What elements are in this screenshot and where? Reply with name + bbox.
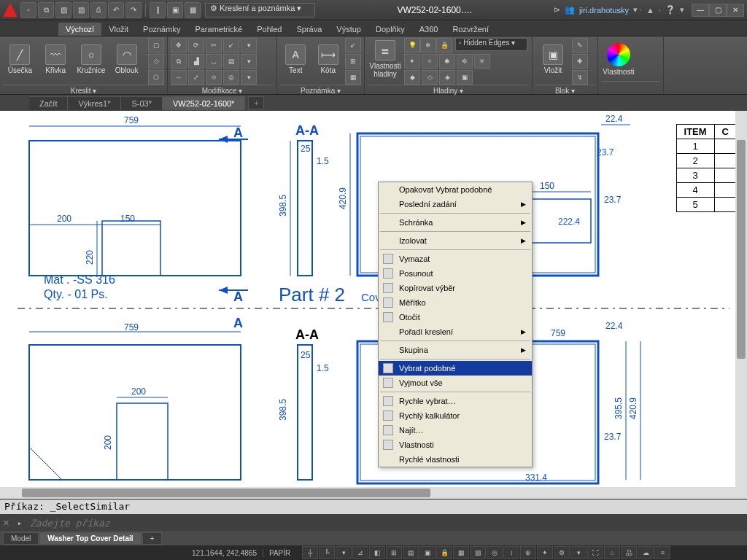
ribbon-tab[interactable]: A360 — [412, 23, 446, 36]
signin-icon[interactable]: 👥 — [565, 5, 575, 15]
context-menu-item[interactable]: Kopírovat výběr — [379, 281, 532, 295]
scale-button[interactable]: ⤢ — [188, 70, 204, 85]
close-button[interactable]: ✕ — [727, 4, 744, 17]
qat-pause-icon[interactable]: ‖ — [150, 2, 166, 18]
user-name[interactable]: jiri.drahotusky — [579, 6, 629, 15]
context-menu-item[interactable]: Izolovat▶ — [379, 233, 532, 248]
panel-title[interactable]: Poznámka ▾ — [280, 85, 361, 96]
context-menu-item[interactable]: Vyjmout vše — [379, 376, 532, 390]
context-menu-item[interactable]: Schránka▶ — [379, 215, 532, 230]
array-button[interactable]: ፨ — [206, 70, 222, 85]
panel-title[interactable]: Hladiny ▾ — [368, 85, 529, 96]
context-menu-item[interactable]: Najít… — [379, 423, 532, 438]
minimize-button[interactable]: — — [692, 4, 709, 17]
context-menu-item[interactable]: Měřítko — [379, 295, 532, 310]
insert-block-button[interactable]: ▣Vložit — [535, 38, 570, 80]
layer-properties-button[interactable]: ≣Vlastnosti hladiny — [368, 38, 403, 80]
trim-button[interactable]: ✂ — [206, 38, 222, 52]
close-cmd-icon[interactable]: ✕ — [0, 518, 12, 528]
stretch-button[interactable]: ↔ — [171, 70, 187, 85]
context-menu-item[interactable]: Vymazat — [379, 252, 532, 266]
ribbon-tab[interactable]: Parametrické — [187, 23, 249, 36]
line-button[interactable]: ╱Úsečka — [3, 38, 37, 80]
panel-title[interactable]: Blok ▾ — [535, 85, 595, 96]
rotate-button[interactable]: ⟳ — [188, 38, 204, 52]
add-layout-tab[interactable]: + — [142, 532, 163, 545]
maximize-button[interactable]: ▢ — [709, 4, 727, 17]
qat-open-icon[interactable]: ⧉ — [38, 2, 54, 18]
customize-status-icon[interactable]: ≡ — [654, 546, 670, 559]
context-menu-item[interactable]: Vlastnosti — [379, 438, 532, 452]
fillet-button[interactable]: ◡ — [206, 54, 222, 69]
context-menu-item[interactable]: Rychle vybrat… — [379, 394, 532, 408]
insert-icon: ▣ — [543, 44, 563, 65]
qat-flag-icon[interactable]: ▣ — [167, 2, 183, 18]
dimension-button[interactable]: ⟼Kóta — [313, 38, 344, 80]
tool-small-3[interactable]: ⬡ — [148, 70, 164, 85]
ribbon-tab[interactable]: Rozvržení — [445, 23, 496, 36]
qat-save-icon[interactable]: ▧ — [55, 2, 71, 18]
panel-title[interactable]: Modifikace ▾ — [171, 85, 274, 96]
context-menu-item[interactable]: Posunout — [379, 266, 532, 281]
properties-button[interactable]: Vlastnosti — [601, 38, 636, 80]
ribbon-tab[interactable]: Výstup — [329, 23, 368, 36]
svg-text:220: 220 — [85, 250, 95, 265]
tool-small-2[interactable]: ◇ — [148, 54, 164, 69]
workspace-selector[interactable]: ⚙ Kreslení a poznámka ▾ — [205, 3, 315, 18]
context-menu-item[interactable]: Poslední zadání▶ — [379, 197, 532, 211]
command-input[interactable] — [27, 516, 747, 530]
context-menu-item[interactable]: Pořadí kreslení▶ — [379, 324, 532, 339]
copy-button[interactable]: ⧉ — [171, 54, 187, 69]
exchange-icon[interactable]: ▲ — [646, 6, 654, 15]
arc-button[interactable]: ◠Oblouk — [109, 38, 144, 80]
ribbon-tab[interactable]: Pohled — [249, 23, 289, 36]
space-indicator[interactable]: PAPÍR — [263, 549, 296, 557]
context-menu-item[interactable]: Rychlý kalkulátor — [379, 408, 532, 423]
app-logo-icon[interactable] — [3, 3, 18, 18]
layout-tab-model[interactable]: Model — [3, 532, 39, 545]
status-osnap-icon[interactable]: ┼ — [302, 546, 318, 559]
doc-tab[interactable]: Výkres1* — [68, 96, 121, 110]
submenu-arrow-icon: ▶ — [521, 219, 526, 226]
ribbon-tab[interactable]: Vložit — [101, 23, 136, 36]
layer-combo[interactable]: ▫ Hidden Edges ▾ — [455, 38, 527, 51]
polyline-button[interactable]: 〰Křivka — [39, 38, 73, 80]
layers-icon: ≣ — [375, 40, 395, 61]
add-doc-tab[interactable]: + — [248, 96, 264, 109]
qat-saveas-icon[interactable]: ▨ — [73, 2, 89, 18]
panel-title[interactable]: Kreslit ▾ — [3, 85, 164, 96]
keyword-icon[interactable]: ⊳ — [554, 5, 560, 15]
horizontal-scrollbar[interactable] — [0, 487, 735, 499]
context-menu-item[interactable]: Opakovat Vybrat podobné — [379, 182, 532, 197]
qat-new-icon[interactable]: ▫ — [20, 2, 36, 18]
text-button[interactable]: AText — [280, 38, 311, 80]
context-menu-item[interactable]: Otočit — [379, 310, 532, 324]
layout-tab[interactable]: Washer Top Cover Detail — [39, 532, 141, 545]
mirror-button[interactable]: ▟ — [188, 54, 204, 69]
polyline-icon: 〰 — [45, 44, 66, 65]
ribbon-tab[interactable]: Správa — [289, 23, 329, 36]
ribbon-tab[interactable]: Poznámky — [136, 23, 187, 36]
vertical-scrollbar[interactable] — [735, 111, 747, 499]
qat-plot-icon[interactable]: ⎙ — [90, 2, 107, 18]
move-button[interactable]: ✥ — [171, 38, 187, 52]
circle-button[interactable]: ○Kružnice — [74, 38, 109, 80]
drawing-canvas[interactable]: 759 A 200 150 220 A Mat . -SS 316 Qty. -… — [0, 111, 747, 499]
status-bar: 121.1644, 242.4865 PAPÍR ┼ ╚ ▾ ⊿ ◧ ⊞ ▤ ▣… — [0, 545, 747, 560]
status-grid-icon[interactable]: ╚ — [319, 546, 335, 559]
doc-tab[interactable]: VW252-02-1600* — [163, 96, 245, 110]
tool-small-1[interactable]: ▢ — [148, 38, 164, 52]
help-icon[interactable]: ❔ — [665, 5, 676, 15]
doc-tab[interactable]: Začít — [29, 96, 68, 110]
svg-text:23.7: 23.7 — [604, 432, 622, 442]
context-menu-item[interactable]: Skupina▶ — [379, 343, 532, 357]
qat-undo-icon[interactable]: ↶ — [108, 2, 124, 18]
context-menu-item[interactable]: Rychlé vlastnosti — [379, 452, 532, 467]
ribbon-tab[interactable]: Doplňky — [368, 23, 412, 36]
svg-marker-14 — [219, 287, 228, 294]
qat-redo-icon[interactable]: ↷ — [125, 2, 142, 18]
doc-tab[interactable]: S-03* — [121, 96, 163, 110]
context-menu-item[interactable]: Vybrat podobné — [379, 361, 532, 376]
ribbon-tab[interactable]: Výchozí — [58, 23, 101, 36]
qat-grid-icon[interactable]: ▦ — [185, 2, 201, 18]
